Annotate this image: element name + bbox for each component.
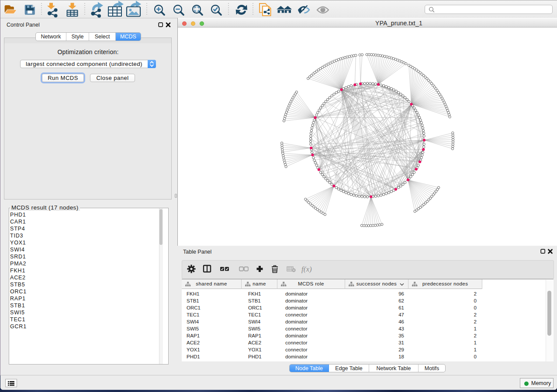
svg-text:f(x): f(x) bbox=[301, 265, 312, 273]
